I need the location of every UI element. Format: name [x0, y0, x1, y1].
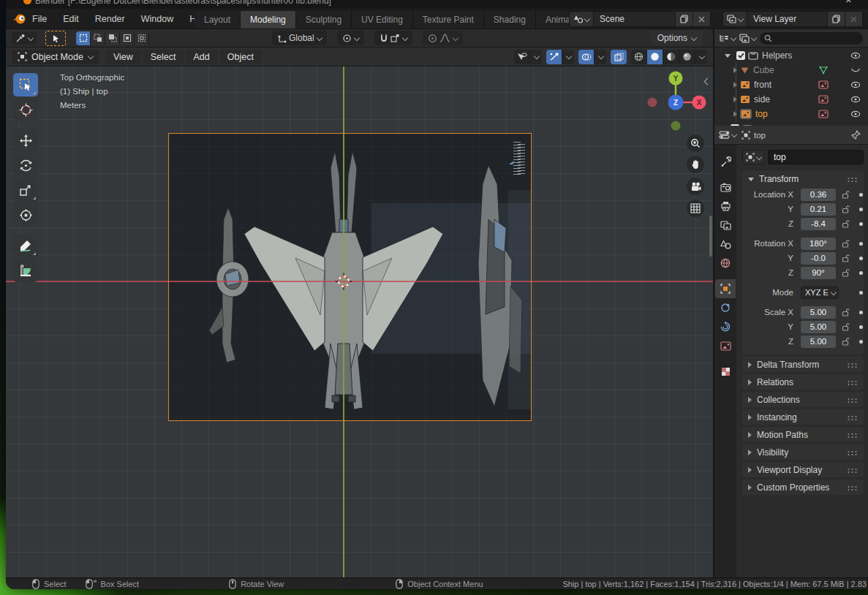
location-x-field[interactable]: 0.36: [801, 189, 836, 201]
panel-grip-icon[interactable]: [847, 398, 858, 403]
lock-open-icon[interactable]: [842, 268, 850, 277]
select-mode-subtract[interactable]: [105, 31, 120, 45]
options-dropdown[interactable]: Options: [651, 31, 703, 45]
tool-transform[interactable]: [13, 203, 38, 227]
lock-open-icon[interactable]: [842, 322, 850, 331]
chevron-down-icon[interactable]: [530, 50, 542, 64]
select-mode-intersect[interactable]: [135, 31, 149, 45]
remove-view-layer-button[interactable]: [845, 12, 862, 26]
tab-texture[interactable]: [715, 362, 736, 381]
panel-visibility[interactable]: Visibility: [742, 444, 864, 460]
object-name-active[interactable]: top: [755, 109, 768, 119]
show-overlays-toggle[interactable]: [578, 50, 595, 64]
animate-dot[interactable]: [859, 325, 863, 329]
blender-logo-icon[interactable]: [12, 12, 26, 26]
new-scene-button[interactable]: [675, 12, 692, 26]
eye-icon[interactable]: [850, 110, 861, 118]
tab-layout[interactable]: Layout: [195, 11, 241, 29]
outliner-row-cube[interactable]: Cube: [714, 63, 868, 77]
outliner-search-input[interactable]: [760, 32, 863, 45]
animate-dot[interactable]: [859, 257, 863, 260]
rotation-z-field[interactable]: 90°: [801, 267, 836, 279]
new-view-layer-button[interactable]: [827, 12, 845, 26]
tab-texture-paint[interactable]: Texture Paint: [413, 11, 484, 29]
tab-world[interactable]: [715, 254, 736, 273]
tab-view-layer[interactable]: [715, 216, 736, 235]
tool-move[interactable]: [13, 129, 38, 152]
menu-window[interactable]: Window: [141, 14, 173, 24]
show-gizmo-toggle[interactable]: [546, 50, 562, 64]
animate-dot[interactable]: [859, 340, 863, 344]
panel-grip-icon[interactable]: [847, 450, 858, 455]
panel-instancing[interactable]: Instancing: [742, 409, 864, 425]
gizmo-axis-y-neg[interactable]: [671, 121, 681, 131]
panel-grip-icon[interactable]: [847, 380, 858, 385]
eye-icon[interactable]: [850, 81, 861, 88]
tool-measure[interactable]: [13, 259, 38, 282]
viewport-scrollbar[interactable]: [709, 216, 712, 257]
tab-physics[interactable]: [715, 317, 736, 336]
xray-toggle[interactable]: [611, 50, 627, 64]
tool-rotate[interactable]: [13, 154, 38, 177]
eye-icon[interactable]: [850, 96, 861, 103]
breadcrumb[interactable]: top: [741, 131, 766, 140]
scale-x-field[interactable]: 5.00: [801, 306, 836, 319]
tool-annotate[interactable]: [13, 234, 38, 257]
transform-orientation-dropdown[interactable]: Global: [272, 31, 327, 45]
tab-uv-editing[interactable]: UV Editing: [352, 11, 413, 29]
tab-object-data[interactable]: [715, 336, 736, 355]
panel-grip-icon[interactable]: [847, 363, 858, 368]
view-layer-selector[interactable]: View Layer: [722, 11, 863, 27]
scale-z-field[interactable]: 5.00: [801, 336, 836, 348]
lock-open-icon[interactable]: [842, 337, 850, 346]
tool-select-box[interactable]: [13, 73, 38, 96]
animate-dot[interactable]: [859, 242, 863, 246]
menu-view[interactable]: View: [106, 50, 140, 64]
scale-y-field[interactable]: 5.00: [801, 321, 836, 333]
ortho-grid-button[interactable]: [687, 200, 704, 217]
tab-scene[interactable]: [715, 235, 736, 254]
lock-open-icon[interactable]: [842, 205, 850, 213]
chevron-down-icon[interactable]: [595, 50, 606, 64]
tab-object[interactable]: [715, 279, 736, 298]
location-z-field[interactable]: -8.4: [801, 218, 836, 230]
tab-shading[interactable]: Shading: [484, 11, 536, 29]
tab-sculpting[interactable]: Sculpting: [296, 11, 352, 29]
menu-add[interactable]: Add: [186, 50, 217, 64]
camera-view-button[interactable]: [687, 178, 704, 195]
mode-dropdown[interactable]: Object Mode: [12, 50, 99, 64]
scene-selector[interactable]: Scene: [569, 11, 711, 27]
chevron-down-icon[interactable]: [562, 50, 574, 64]
select-mode-extend[interactable]: [91, 31, 105, 45]
menu-render[interactable]: Render: [95, 14, 125, 24]
outliner-row-helpers[interactable]: Helpers: [714, 48, 868, 63]
pan-button[interactable]: [687, 156, 704, 173]
lock-open-icon[interactable]: [842, 254, 850, 262]
animate-dot[interactable]: [859, 271, 863, 275]
menu-file[interactable]: File: [32, 14, 47, 24]
lock-open-icon[interactable]: [842, 219, 850, 228]
animate-dot[interactable]: [859, 291, 863, 295]
select-mode-set[interactable]: [76, 31, 91, 45]
outliner-filter-dropdown[interactable]: [739, 34, 756, 43]
transform-panel-header[interactable]: Transform: [742, 171, 864, 187]
object-visibility-dropdown[interactable]: [514, 50, 530, 64]
outliner-row-side[interactable]: side: [714, 92, 868, 107]
tab-output[interactable]: [715, 197, 736, 216]
menu-object[interactable]: Object: [220, 50, 261, 64]
outliner-display-mode-dropdown[interactable]: [719, 34, 736, 43]
expand-triangle-icon[interactable]: [725, 54, 731, 58]
panel-collections[interactable]: Collections: [742, 392, 864, 407]
object-name[interactable]: Cube: [753, 65, 774, 75]
outliner-row-front[interactable]: front: [714, 77, 868, 92]
animate-dot[interactable]: [859, 311, 863, 314]
menu-select[interactable]: Select: [143, 50, 184, 64]
navigation-gizmo[interactable]: Y X Z: [644, 69, 713, 137]
view-layer-icon[interactable]: [723, 12, 747, 26]
lock-open-icon[interactable]: [842, 190, 850, 199]
animate-dot[interactable]: [859, 222, 863, 226]
panel-relations[interactable]: Relations: [742, 374, 864, 390]
tab-render[interactable]: [715, 178, 736, 197]
shading-material-button[interactable]: [663, 50, 679, 64]
shading-wireframe-button[interactable]: [631, 50, 647, 64]
